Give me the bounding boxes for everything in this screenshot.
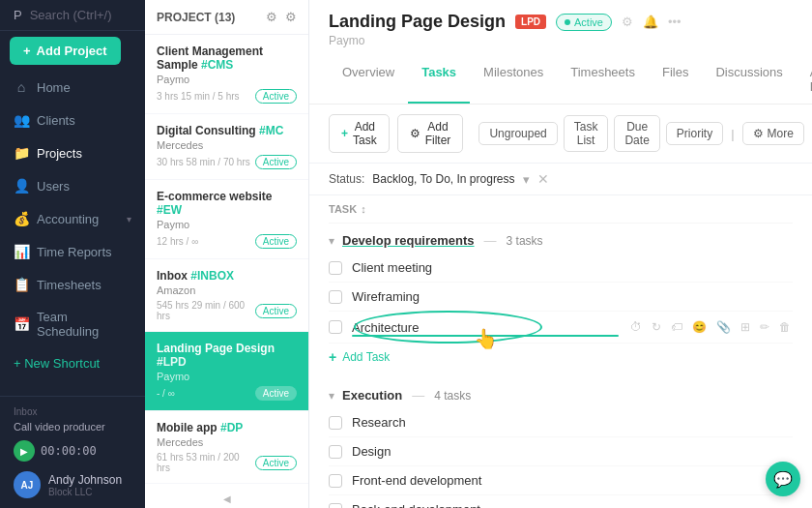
timer-play-button[interactable]: ▶ xyxy=(14,440,35,462)
task-checkbox[interactable] xyxy=(329,445,342,459)
page-title-row: Landing Page Design LPD Active ⚙ 🔔 ••• xyxy=(329,12,793,32)
home-icon: ⌂ xyxy=(14,79,29,95)
project-meta: 30 hrs 58 min / 70 hrs Active xyxy=(157,155,297,169)
clients-icon: 👥 xyxy=(14,112,29,128)
add-task-row[interactable]: + Add Task xyxy=(329,344,793,371)
task-action-icons: ⏱ ↻ 🏷 😊 📎 ⊞ ✏ 🗑 xyxy=(628,318,793,336)
sidebar-item-time-reports[interactable]: 📊 Time Reports xyxy=(0,235,145,268)
project-client: Mercedes xyxy=(157,139,297,151)
edit-icon[interactable]: ✏ xyxy=(758,318,771,336)
sidebar-item-team-scheduling[interactable]: 📅 Team Scheduling xyxy=(0,301,145,347)
tab-activity-feed[interactable]: Activity Feed xyxy=(797,57,812,104)
sidebar-item-projects[interactable]: 📁 Projects xyxy=(0,136,145,169)
tab-milestones[interactable]: Milestones xyxy=(470,57,557,104)
more-icon[interactable]: ••• xyxy=(668,15,682,29)
top-bar: P ⌕ xyxy=(0,0,145,31)
list-item[interactable]: Mobile app #DP Mercedes 61 hrs 53 min / … xyxy=(145,411,308,484)
task-checkbox[interactable] xyxy=(329,261,342,275)
tab-tasks[interactable]: Tasks xyxy=(408,57,470,104)
task-checkbox[interactable] xyxy=(329,320,342,334)
task-checkbox[interactable] xyxy=(329,503,342,509)
timer-icon[interactable]: ⏱ xyxy=(628,318,644,336)
tab-discussions[interactable]: Discussions xyxy=(702,57,796,104)
attach-icon[interactable]: 📎 xyxy=(714,318,733,336)
list-item[interactable]: Landing Page Design #LPD Paymo - / ∞ Act… xyxy=(145,332,308,411)
status-bar: Status: Backlog, To Do, In progress ▾ ✕ xyxy=(309,164,812,195)
sidebar-item-timesheets[interactable]: 📋 Timesheets xyxy=(0,268,145,301)
page-title: Landing Page Design xyxy=(329,12,506,32)
sidebar-item-users[interactable]: 👤 Users xyxy=(0,169,145,202)
chat-bubble-button[interactable]: 💬 xyxy=(766,462,800,496)
filter-icon: ⚙ xyxy=(410,127,420,140)
task-checkbox[interactable] xyxy=(329,416,342,430)
chevron-down-icon[interactable]: ▾ xyxy=(523,172,530,187)
more-button[interactable]: ⚙ More xyxy=(742,122,804,145)
task-list-button[interactable]: Task List xyxy=(564,115,609,152)
project-count: PROJECT (13) xyxy=(157,11,235,24)
sidebar-item-home[interactable]: ⌂ Home xyxy=(0,71,145,104)
list-item[interactable]: Client Management Sample #CMS Paymo 3 hr… xyxy=(145,35,308,114)
table-row: Client meeting xyxy=(329,254,793,283)
project-name: Mobile app #DP xyxy=(157,421,297,434)
settings-icon[interactable]: ⚙ xyxy=(622,15,633,29)
priority-button[interactable]: Priority xyxy=(666,122,723,145)
collapse-project-list-button[interactable]: ◀ xyxy=(145,490,308,508)
tab-timesheets[interactable]: Timesheets xyxy=(557,57,649,104)
timesheets-icon: 📋 xyxy=(14,277,29,292)
table-row: Back-end development xyxy=(329,495,793,508)
chevron-icon: ▾ xyxy=(127,214,131,224)
plus-icon: + xyxy=(329,349,336,365)
task-checkbox[interactable] xyxy=(329,474,342,488)
section-develop-requirements: ▾ Develop requirements — 3 tasks Client … xyxy=(329,224,793,371)
project-list: PROJECT (13) ⚙ ⚙ Client Management Sampl… xyxy=(145,0,309,508)
ungrouped-button[interactable]: Ungrouped xyxy=(478,122,557,145)
table-row: Front-end development xyxy=(329,466,793,495)
section-toggle-icon[interactable]: ▾ xyxy=(329,389,334,403)
project-items: Client Management Sample #CMS Paymo 3 hr… xyxy=(145,35,308,490)
section-header[interactable]: ▾ Develop requirements — 3 tasks xyxy=(329,224,793,254)
status-filter-value: Backlog, To Do, In progress xyxy=(372,172,514,186)
timer-display: 00:00:00 xyxy=(41,444,97,458)
emoji-icon[interactable]: 😊 xyxy=(690,318,709,336)
project-list-header: PROJECT (13) ⚙ ⚙ xyxy=(145,0,308,35)
task-checkbox[interactable] xyxy=(329,290,342,304)
add-filter-button[interactable]: ⚙ Add Filter xyxy=(397,114,464,153)
toolbar: + Add Task ⚙ Add Filter Ungrouped Task L… xyxy=(309,105,812,164)
list-item[interactable]: Digital Consulting #MC Mercedes 30 hrs 5… xyxy=(145,114,308,180)
status-badge: Active xyxy=(255,304,297,318)
section-toggle-icon[interactable]: ▾ xyxy=(329,234,334,248)
tag-icon[interactable]: 🏷 xyxy=(669,318,684,336)
section-title: Develop requirements xyxy=(342,233,475,248)
list-item[interactable]: E-commerce website #EW Paymo 12 hrs / ∞ … xyxy=(145,180,308,259)
sort-icon[interactable]: ↕ xyxy=(361,203,366,215)
delete-icon[interactable]: 🗑 xyxy=(777,318,793,336)
avatar: AJ xyxy=(14,471,41,498)
due-date-button[interactable]: Due Date xyxy=(614,115,659,152)
add-project-area: + Add Project xyxy=(0,31,145,71)
status-filter-label: Status: xyxy=(329,172,364,186)
table-row: Research xyxy=(329,408,793,437)
task-name: Architecture xyxy=(352,320,619,335)
projects-icon: 📁 xyxy=(14,145,29,161)
add-task-button[interactable]: + Add Task xyxy=(329,114,390,153)
project-meta: 61 hrs 53 min / 200 hrs Active xyxy=(157,452,297,473)
tab-files[interactable]: Files xyxy=(649,57,702,104)
add-project-button[interactable]: + Add Project xyxy=(10,37,121,65)
tab-overview[interactable]: Overview xyxy=(329,57,408,104)
main-header: Landing Page Design LPD Active ⚙ 🔔 ••• P… xyxy=(309,0,812,105)
sidebar-item-accounting[interactable]: 💰 Accounting ▾ xyxy=(0,202,145,235)
sidebar-item-new-shortcut[interactable]: + New Shortcut xyxy=(0,347,145,379)
status-badge: Active xyxy=(255,89,297,104)
filter-icon[interactable]: ⚙ xyxy=(266,10,277,24)
users-icon: 👤 xyxy=(14,178,29,194)
active-status-badge: Active xyxy=(556,14,612,31)
grid-icon[interactable]: ⊞ xyxy=(739,318,752,336)
section-header[interactable]: ▾ Execution — 4 tasks xyxy=(329,378,793,408)
repeat-icon[interactable]: ↻ xyxy=(650,318,663,336)
bell-icon[interactable]: 🔔 xyxy=(643,15,658,29)
list-item[interactable]: Inbox #INBOX Amazon 545 hrs 29 min / 600… xyxy=(145,259,308,332)
sidebar-item-clients[interactable]: 👥 Clients xyxy=(0,104,145,136)
clear-filter-button[interactable]: ✕ xyxy=(537,171,549,187)
active-dot xyxy=(565,19,570,25)
settings-icon[interactable]: ⚙ xyxy=(285,10,297,24)
